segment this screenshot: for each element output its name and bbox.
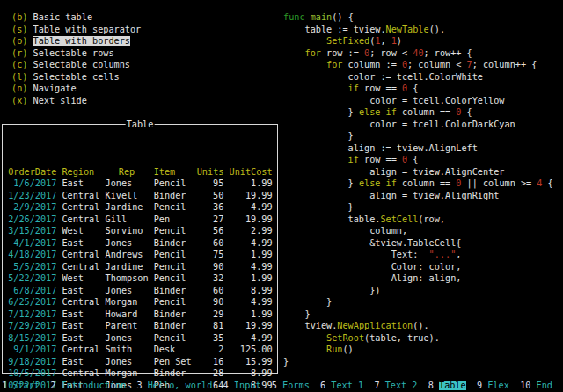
status-item-start[interactable]: 1 Start bbox=[2, 381, 40, 390]
status-item-label: Flex bbox=[487, 381, 509, 390]
code-line: column, bbox=[283, 225, 553, 237]
menu-item-navigate[interactable]: (n) Navigate bbox=[11, 83, 141, 95]
menu-item-basic-table[interactable]: (b) Basic table bbox=[11, 11, 141, 24]
menu-item-selectable-cells[interactable]: (l) Selectable cells bbox=[11, 71, 141, 83]
table-row: 4/1/2017EastJonesBinder604.99 bbox=[3, 237, 277, 250]
code-token: } bbox=[283, 297, 332, 307]
status-item-flex[interactable]: 9 Flex bbox=[477, 381, 509, 390]
table-panel: Table OrderDateRegionRepItemUnitsUnitCos… bbox=[2, 124, 278, 374]
table-cell: 8.99 bbox=[230, 285, 273, 297]
table-cell: 4.99 bbox=[230, 237, 273, 250]
status-gap bbox=[418, 381, 428, 390]
table-cell: 60 bbox=[197, 285, 224, 297]
table-cell: 1/6/2017 bbox=[3, 178, 56, 190]
code-token: 40 bbox=[413, 48, 423, 58]
table-cell: 10/5/2017 bbox=[3, 367, 56, 380]
code-line: align = tview.AlignRight bbox=[283, 190, 553, 202]
table-cell: Jones bbox=[106, 332, 149, 345]
menu-item-table-with-borders[interactable]: (o) Table with borders bbox=[11, 35, 141, 47]
column-header-orderdate: OrderDate bbox=[3, 166, 56, 178]
status-gap bbox=[466, 381, 477, 390]
table-cell: Binder bbox=[154, 320, 192, 332]
status-item-label: Text 2 bbox=[385, 381, 418, 390]
code-token bbox=[283, 36, 326, 46]
menu-item-label: Next slide bbox=[33, 96, 87, 105]
table-cell: 4.99 bbox=[230, 261, 273, 273]
code-token: SetCell bbox=[380, 214, 418, 224]
table-cell: West bbox=[62, 272, 99, 285]
code-line: color := tcell.ColorWhite bbox=[283, 71, 553, 83]
menu-item-key: (n) bbox=[11, 83, 27, 93]
table-cell: 1/23/2017 bbox=[3, 190, 56, 202]
code-line: align := tview.AlignLeft bbox=[283, 142, 553, 155]
code-token: column == bbox=[397, 178, 456, 188]
table-cell: Kivell bbox=[106, 190, 149, 202]
code-token: || column >= bbox=[461, 178, 537, 188]
code-line: if row == 0 { bbox=[283, 83, 553, 95]
status-item-label: Introduction bbox=[62, 381, 127, 390]
table-cell: Pencil bbox=[154, 272, 192, 285]
table-row: 6/25/2017CentralMorganPencil904.99 bbox=[3, 296, 277, 309]
column-header-rep: Rep bbox=[106, 166, 149, 178]
terminal-screen: (b) Basic table(s) Table with separator(… bbox=[0, 0, 563, 392]
code-token bbox=[283, 333, 326, 343]
menu-item-selectable-columns[interactable]: (c) Selectable columns bbox=[11, 59, 141, 71]
table-cell: 95 bbox=[197, 178, 224, 190]
status-item-number: 10 bbox=[520, 381, 530, 390]
code-token: color = tcell.ColorDarkCyan bbox=[283, 120, 515, 129]
table-cell: 28 bbox=[197, 367, 224, 380]
status-item-hello-world[interactable]: 3 Hello, world bbox=[136, 381, 212, 390]
code-token: } bbox=[283, 178, 359, 188]
menu-item-table-with-separator[interactable]: (s) Table with separator bbox=[11, 24, 141, 36]
code-token: ) bbox=[397, 36, 402, 46]
table-cell: 2 bbox=[197, 344, 224, 356]
code-token: color = tcell.ColorYellow bbox=[283, 96, 504, 105]
status-item-end[interactable]: 10 End bbox=[520, 381, 552, 390]
table-row: 1/6/2017EastJonesPencil951.99 bbox=[3, 178, 277, 190]
code-token: for bbox=[326, 60, 342, 69]
table-cell: 19.99 bbox=[230, 320, 273, 332]
code-token: else bbox=[359, 178, 381, 188]
table-cell: 19.99 bbox=[230, 214, 273, 226]
table-cell: East bbox=[62, 285, 99, 297]
menu-item-next-slide[interactable]: (x) Next slide bbox=[11, 95, 141, 107]
code-token: SetFixed bbox=[326, 36, 369, 46]
code-line: SetRoot(table, true). bbox=[283, 332, 553, 345]
status-item-table[interactable]: 8 Table bbox=[428, 381, 466, 390]
status-item-text-1[interactable]: 6 Text 1 bbox=[320, 381, 363, 390]
status-item-forms[interactable]: 5 Forms bbox=[272, 381, 310, 390]
status-gap bbox=[363, 381, 374, 390]
table-cell: Smith bbox=[106, 344, 149, 356]
status-item-text-2[interactable]: 7 Text 2 bbox=[374, 381, 417, 390]
table-cell: 4.99 bbox=[230, 296, 273, 309]
table-header-row: OrderDateRegionRepItemUnitsUnitCost bbox=[3, 166, 277, 178]
menu-item-key: (x) bbox=[11, 96, 27, 105]
table-row: 2/9/2017CentralJardinePencil364.99 bbox=[3, 201, 277, 214]
status-item-input[interactable]: 4 Input bbox=[223, 381, 261, 390]
menu-item-label: Basic table bbox=[33, 12, 92, 22]
code-line: } else if column == 0 { bbox=[283, 106, 553, 119]
status-item-introduction[interactable]: 2 Introduction bbox=[50, 381, 126, 390]
code-token: else bbox=[359, 107, 381, 117]
code-token: () bbox=[342, 345, 353, 354]
table-cell: Jones bbox=[106, 285, 149, 297]
code-token: Run bbox=[326, 345, 342, 354]
status-gap bbox=[509, 381, 520, 390]
code-token bbox=[283, 60, 326, 69]
code-line: Text: "...", bbox=[283, 249, 553, 261]
code-token: } bbox=[283, 202, 354, 212]
code-line: SetFixed(1, 1) bbox=[283, 35, 553, 47]
status-item-label: End bbox=[537, 381, 552, 390]
table-cell: 2.99 bbox=[230, 225, 273, 237]
table-cell: Morgan bbox=[106, 296, 149, 309]
code-line: color = tcell.ColorYellow bbox=[283, 95, 553, 107]
table-cell: Thompson bbox=[106, 272, 149, 285]
table-cell: Binder bbox=[154, 237, 192, 250]
table-cell: Desk bbox=[154, 344, 192, 356]
table-row: 3/15/2017WestSorvinoPencil562.99 bbox=[3, 225, 277, 237]
table-row: 6/8/2017EastJonesBinder608.99 bbox=[3, 285, 277, 297]
menu-item-key: (r) bbox=[11, 48, 27, 58]
code-token: } bbox=[283, 357, 289, 367]
table-cell: Binder bbox=[154, 285, 192, 297]
menu-item-selectable-rows[interactable]: (r) Selectable rows bbox=[11, 47, 141, 60]
